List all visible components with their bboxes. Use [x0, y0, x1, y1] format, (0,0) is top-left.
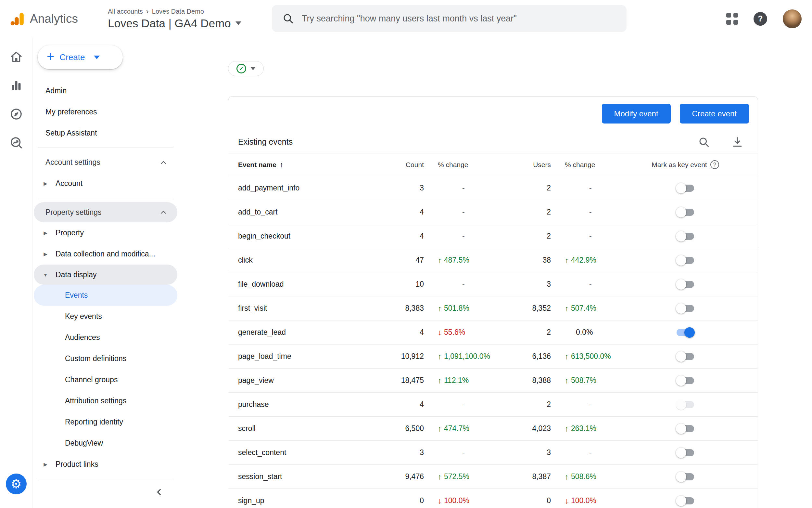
change-value: 508.7%	[571, 376, 596, 385]
trend-arrow-icon: ↑	[565, 472, 569, 481]
event-users: 38	[515, 256, 551, 264]
change-value: -	[462, 280, 465, 289]
sidebar-item-data-collection[interactable]: ▶ Data collection and modifica...	[33, 244, 179, 264]
advertising-icon[interactable]	[0, 128, 32, 157]
event-name: select_content	[228, 448, 352, 457]
event-count: 0	[352, 496, 424, 505]
event-users-change: ↑613,500.0%	[551, 352, 641, 361]
sidebar-item-key-events[interactable]: Key events	[34, 306, 177, 327]
key-event-toggle[interactable]	[676, 399, 695, 410]
key-event-toggle[interactable]	[676, 279, 695, 290]
sidebar-item-product-links[interactable]: ▶ Product links	[33, 454, 179, 475]
modify-event-button[interactable]: Modify event	[602, 104, 671, 124]
change-value: 487.5%	[444, 256, 469, 264]
trend-arrow-icon: ↑	[565, 424, 569, 433]
column-label: Mark as key event	[652, 161, 707, 169]
event-count: 9,476	[352, 472, 424, 481]
key-event-toggle[interactable]	[676, 327, 695, 338]
trend-arrow-icon: ↑	[438, 376, 442, 385]
trend-arrow-icon: ↑	[438, 256, 442, 265]
change-value: -	[462, 448, 465, 457]
section-account-settings[interactable]: Account settings	[33, 152, 179, 173]
create-button[interactable]: + Create	[38, 45, 123, 69]
column-event-name[interactable]: Event name ↑	[228, 161, 352, 169]
tree-item-label: Property	[55, 228, 84, 237]
key-event-toggle[interactable]	[676, 231, 695, 242]
table-row: page_load_time 10,912 ↑1,091,100.0% 6,13…	[228, 344, 758, 369]
change-value: -	[589, 184, 592, 193]
home-icon[interactable]	[0, 43, 32, 71]
sidebar-item-property[interactable]: ▶ Property	[33, 222, 179, 244]
change-value: -	[462, 184, 465, 193]
event-users: 4,023	[515, 424, 551, 433]
data-status-chip[interactable]: ✓	[228, 61, 264, 76]
key-event-toggle[interactable]	[676, 351, 695, 362]
sidebar-item-account[interactable]: ▶ Account	[33, 173, 179, 194]
analytics-logo[interactable]: Analytics	[0, 11, 97, 27]
property-selector[interactable]: Loves Data | GA4 Demo	[108, 17, 241, 30]
chevron-down-icon	[251, 67, 255, 70]
sidebar-item-debugview[interactable]: DebugView	[34, 433, 177, 454]
change-value: -	[462, 208, 465, 216]
sidebar-item-data-display[interactable]: ▼ Data display	[34, 264, 177, 285]
help-icon[interactable]: ?	[754, 12, 767, 26]
section-property-settings[interactable]: Property settings	[34, 202, 177, 222]
event-name: sign_up	[228, 496, 352, 505]
table-row: page_view 18,475 ↑112.1% 8,388 ↑508.7%	[228, 369, 758, 393]
sidebar-item-audiences[interactable]: Audiences	[34, 327, 177, 348]
table-search-icon[interactable]	[698, 136, 710, 148]
sidebar-item-reporting-identity[interactable]: Reporting identity	[34, 412, 177, 433]
change-value: 508.6%	[571, 472, 596, 481]
event-count: 3	[352, 184, 424, 193]
tree-item-label: Data collection and modifica...	[55, 250, 155, 258]
key-event-toggle[interactable]	[676, 303, 695, 314]
event-name: begin_checkout	[228, 232, 352, 241]
column-users: Users	[515, 161, 551, 169]
sidebar-item-my-preferences[interactable]: My preferences	[33, 101, 179, 123]
collapse-sidebar-icon[interactable]	[154, 487, 164, 497]
trend-arrow-icon: ↓	[438, 496, 442, 505]
download-icon[interactable]	[731, 136, 744, 148]
breadcrumb-all-accounts[interactable]: All accounts	[108, 8, 143, 15]
breadcrumb-account[interactable]: Loves Data Demo	[152, 8, 204, 15]
sidebar-item-admin[interactable]: Admin	[33, 80, 179, 101]
trend-arrow-icon: ↑	[438, 304, 442, 313]
event-users: 3	[515, 448, 551, 457]
key-event-toggle[interactable]	[676, 207, 695, 217]
user-avatar[interactable]	[783, 9, 802, 28]
event-count-change: ↑112.1%	[424, 376, 515, 385]
key-event-toggle[interactable]	[676, 255, 695, 265]
key-event-toggle[interactable]	[676, 183, 695, 194]
event-users-change: ↑508.6%	[551, 472, 641, 481]
table-row: add_to_cart 4 - 2 -	[228, 200, 758, 224]
event-count-change: ↑1,091,100.0%	[424, 352, 515, 361]
sidebar-item-events[interactable]: Events	[34, 285, 177, 306]
table-body: add_payment_info 3 - 2 - add_to_cart 4 -…	[228, 176, 758, 508]
reports-icon[interactable]	[0, 71, 32, 100]
explore-icon[interactable]	[0, 100, 32, 128]
sidebar-item-custom-definitions[interactable]: Custom definitions	[34, 348, 177, 369]
plus-icon: +	[47, 51, 54, 62]
key-event-toggle[interactable]	[676, 375, 695, 386]
table-row: first_visit 8,383 ↑501.8% 8,352 ↑507.4%	[228, 296, 758, 321]
key-event-toggle[interactable]	[676, 448, 695, 458]
sidebar-item-attribution-settings[interactable]: Attribution settings	[34, 390, 177, 412]
key-event-toggle[interactable]	[676, 423, 695, 434]
admin-gear-icon[interactable]: ⚙	[6, 473, 27, 494]
key-event-toggle[interactable]	[676, 472, 695, 482]
sidebar-item-channel-groups[interactable]: Channel groups	[34, 369, 177, 390]
column-users-change: % change	[551, 161, 641, 169]
apps-grid-icon[interactable]	[726, 13, 738, 25]
create-event-button[interactable]: Create event	[680, 104, 749, 124]
trend-arrow-icon: ↑	[438, 472, 442, 481]
change-value: -	[462, 400, 465, 409]
key-event-toggle[interactable]	[676, 496, 695, 506]
events-card: Modify event Create event Existing event…	[228, 96, 758, 508]
search-input[interactable]	[302, 14, 616, 24]
help-tooltip-icon[interactable]: ?	[710, 160, 719, 169]
card-actions: Modify event Create event	[228, 96, 758, 131]
event-users: 2	[515, 184, 551, 193]
table-row: file_download 10 - 3 -	[228, 272, 758, 296]
event-name: generate_lead	[228, 328, 352, 337]
sidebar-item-setup-assistant[interactable]: Setup Assistant	[33, 123, 179, 144]
